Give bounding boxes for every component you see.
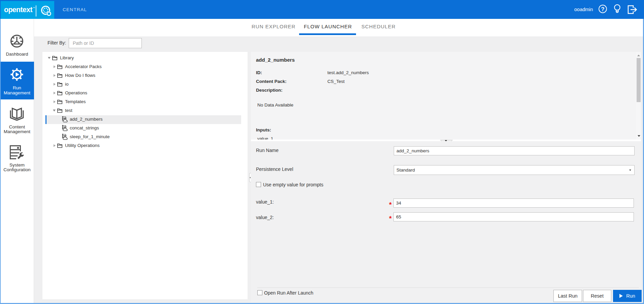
svg-text:?: ? <box>601 6 604 12</box>
